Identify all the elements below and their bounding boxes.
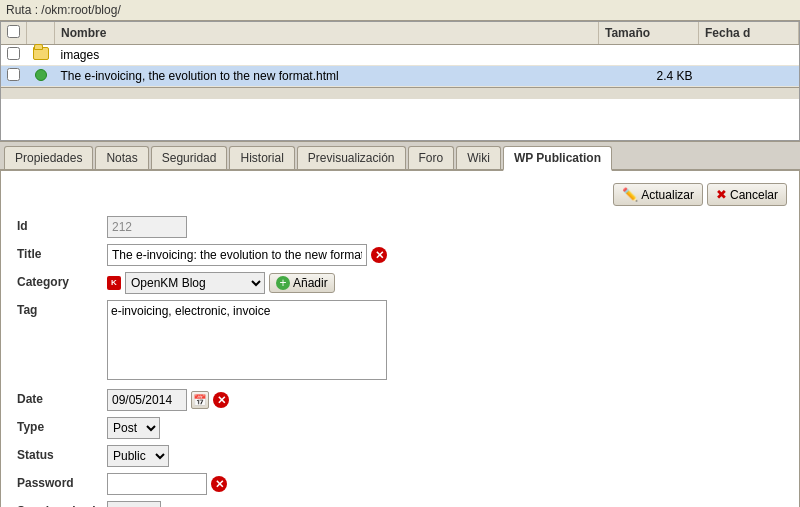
file-size [599,45,699,66]
tab-content: ✏️ Actualizar ✖ Cancelar Id Title [0,171,800,507]
category-control: K OpenKM Blog + Añadir [107,272,783,294]
breadcrumb-text: Ruta : /okm:root/blog/ [6,3,121,17]
status-label: Status [17,445,107,462]
table-row[interactable]: The e-invoicing, the evolution to the ne… [1,66,799,87]
add-label: Añadir [293,276,328,290]
status-control: Public Private Draft [107,445,783,467]
id-input[interactable] [107,216,187,238]
password-input[interactable] [107,473,207,495]
tag-label: Tag [17,300,107,317]
tab-wp-publication[interactable]: WP Publication [503,146,612,171]
type-control: Post Page [107,417,783,439]
id-control [107,216,783,238]
breadcrumb: Ruta : /okm:root/blog/ [0,0,800,21]
category-select[interactable]: OpenKM Blog [125,272,265,294]
password-row: Password ✕ [17,473,783,495]
row-checkbox[interactable] [7,47,20,60]
tab-notas[interactable]: Notas [95,146,148,169]
category-row: Category K OpenKM Blog + Añadir [17,272,783,294]
update-label: Actualizar [641,188,694,202]
file-name[interactable]: The e-invoicing, the evolution to the ne… [55,66,599,87]
cancel-button[interactable]: ✖ Cancelar [707,183,787,206]
title-row: Title ✕ [17,244,783,266]
cancel-label: Cancelar [730,188,778,202]
file-date [699,45,799,66]
file-status-icon [35,69,47,81]
password-label: Password [17,473,107,490]
tab-panel: PropiedadesNotasSeguridadHistorialPrevis… [0,141,800,507]
title-input[interactable] [107,244,367,266]
status-select[interactable]: Public Private Draft [107,445,169,467]
date-label: Date [17,389,107,406]
calendar-button[interactable]: 📅 [191,391,209,409]
synchronized-select[interactable]: True False [107,501,161,507]
toolbar: ✏️ Actualizar ✖ Cancelar [9,179,791,212]
form-area: Id Title ✕ Category [9,212,791,507]
synchronized-control: True False [107,501,783,507]
openkm-logo-icon: K [107,276,121,290]
password-clear-button[interactable]: ✕ [211,476,227,492]
cancel-icon: ✖ [716,187,727,202]
tab-bar: PropiedadesNotasSeguridadHistorialPrevis… [0,142,800,171]
type-label: Type [17,417,107,434]
horizontal-scrollbar[interactable] [1,87,799,99]
tab-seguridad[interactable]: Seguridad [151,146,228,169]
synchronized-row: Synchronized True False [17,501,783,507]
id-row: Id [17,216,783,238]
tag-textarea[interactable] [107,300,387,380]
file-browser: Nombre Tamaño Fecha d imagesThe e-invoic… [0,21,800,141]
col-header-checkbox [1,22,27,45]
type-select[interactable]: Post Page [107,417,160,439]
select-all-checkbox[interactable] [7,25,20,38]
col-header-name: Nombre [55,22,599,45]
tab-foro[interactable]: Foro [408,146,455,169]
row-checkbox[interactable] [7,68,20,81]
file-name[interactable]: images [55,45,599,66]
add-category-button[interactable]: + Añadir [269,273,335,293]
password-control: ✕ [107,473,783,495]
tag-control [107,300,783,383]
folder-icon [33,47,49,60]
file-size: 2.4 KB [599,66,699,87]
tag-row: Tag [17,300,783,383]
id-label: Id [17,216,107,233]
pencil-icon: ✏️ [622,187,638,202]
table-row[interactable]: images [1,45,799,66]
title-label: Title [17,244,107,261]
title-control: ✕ [107,244,783,266]
col-header-size: Tamaño [599,22,699,45]
status-row: Status Public Private Draft [17,445,783,467]
plus-icon: + [276,276,290,290]
col-header-icon [27,22,55,45]
update-button[interactable]: ✏️ Actualizar [613,183,703,206]
date-row: Date 📅 ✕ [17,389,783,411]
tab-previsualización[interactable]: Previsualización [297,146,406,169]
synchronized-label: Synchronized [17,501,107,507]
file-table: Nombre Tamaño Fecha d imagesThe e-invoic… [1,22,799,87]
col-header-date: Fecha d [699,22,799,45]
category-label: Category [17,272,107,289]
tab-historial[interactable]: Historial [229,146,294,169]
title-clear-button[interactable]: ✕ [371,247,387,263]
tab-wiki[interactable]: Wiki [456,146,501,169]
date-clear-button[interactable]: ✕ [213,392,229,408]
file-date [699,66,799,87]
tab-propiedades[interactable]: Propiedades [4,146,93,169]
date-control: 📅 ✕ [107,389,783,411]
date-input[interactable] [107,389,187,411]
type-row: Type Post Page [17,417,783,439]
